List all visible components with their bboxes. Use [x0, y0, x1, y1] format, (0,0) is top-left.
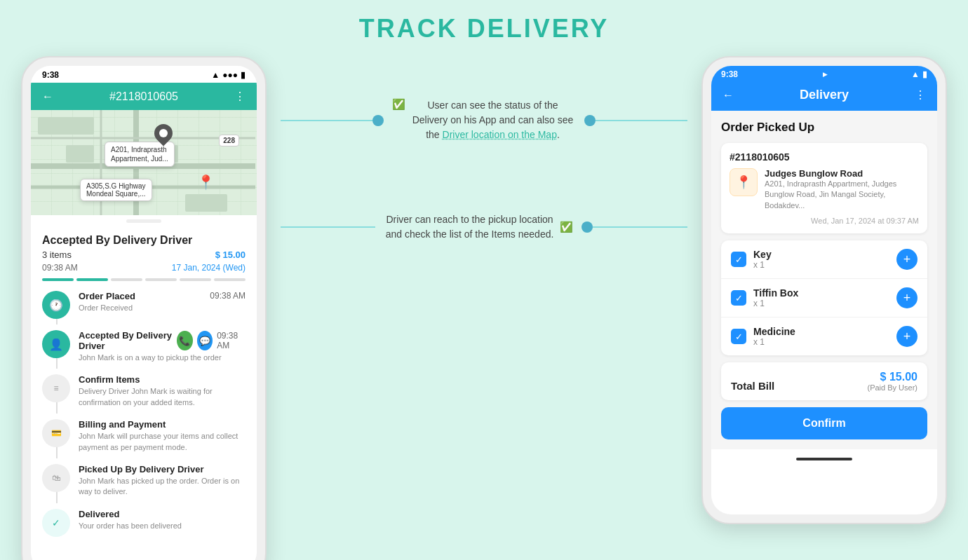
map-collapse-handle[interactable]	[126, 219, 161, 223]
timeline-actions: 📞 💬 09:38 AM	[177, 330, 246, 351]
timeline-icon-order-placed: 🕐	[42, 291, 70, 319]
timeline-icon-confirm: ≡	[42, 374, 70, 402]
timeline-title-confirm: Confirm Items	[79, 374, 246, 385]
status-time-right: 9:38	[721, 69, 738, 79]
timeline-title-order-placed: Order Placed 09:38 AM	[79, 291, 246, 301]
item-info-key: Key x 1	[753, 249, 772, 270]
connector-dot-1r	[584, 115, 596, 126]
annotation-content-2: Driver can reach to the pickup location …	[384, 212, 556, 242]
phone-left: 9:38 ▲ ●●● ▮ ← #2118010605 ⋮	[21, 56, 267, 560]
item-qty-key: x 1	[753, 260, 772, 270]
order-card-id: #2118010605	[730, 151, 919, 163]
connector-line-right-2	[593, 226, 687, 228]
battery-icon-right: ▮	[922, 69, 927, 79]
timeline-content-pickedup: Picked Up By Delivery Driver John Mark h…	[79, 464, 246, 498]
timeline-icon-pickedup: 🛍	[42, 464, 70, 492]
annotation-text-2: Driver can reach to the pickup location …	[375, 212, 582, 242]
confirm-button[interactable]: Confirm	[721, 407, 927, 439]
timeline-title-delivered: Delivered	[79, 509, 246, 519]
order-time: 09:38 AM	[42, 263, 78, 273]
map-label-address2: A305,S.G Highway Mondeal Square,...	[80, 179, 152, 201]
annotation-text-1: ✅ User can see the status of the Deliver…	[384, 98, 584, 142]
driver-pin	[154, 124, 173, 148]
phone2-content: Order Picked Up #2118010605 📍 Judges Bun…	[711, 111, 937, 449]
phone1-header: ← #2118010605 ⋮	[31, 83, 257, 110]
location-name: Judges Bunglow Road	[765, 168, 919, 179]
map-area: A201, Indraprasth Appartment, Jud... A30…	[31, 110, 257, 215]
call-driver-button[interactable]: 📞	[177, 331, 193, 350]
timeline-item-pickedup: 🛍 Picked Up By Delivery Driver John Mark…	[42, 464, 246, 498]
progress-seg-5	[180, 278, 211, 281]
item-name-medicine: Medicine	[753, 326, 795, 337]
back-button-left[interactable]: ←	[42, 90, 53, 103]
status-icons-right: ▲ ▮	[911, 69, 927, 79]
timeline-content-billing: Billing and Payment John Mark will purch…	[79, 419, 246, 453]
item-info-tiffin: Tiffin Box x 1	[753, 287, 798, 308]
timeline-desc-accepted: John Mark is on a way to pickup the orde…	[79, 353, 246, 363]
order-meta-row: 3 items $ 15.00	[42, 250, 246, 260]
order-status-title: Accepted By Delivery Driver	[42, 234, 246, 247]
chat-driver-button[interactable]: 💬	[197, 331, 213, 350]
timeline-time-order-placed: 09:38 AM	[210, 291, 246, 301]
timeline-desc-confirm: Delivery Driver John Mark is waiting for…	[79, 386, 246, 408]
timeline-desc-billing: John Mark will purchase your items and c…	[79, 431, 246, 453]
item-qty-tiffin: x 1	[753, 299, 798, 308]
phone-left-screen: 9:38 ▲ ●●● ▮ ← #2118010605 ⋮	[31, 66, 257, 560]
location-avatar: 📍	[730, 168, 758, 196]
timeline-title-billing: Billing and Payment	[79, 419, 246, 430]
item-checkbox-key[interactable]: ✓	[731, 252, 746, 267]
total-bill-paid-by: (Paid By User)	[867, 383, 917, 392]
more-icon-left[interactable]: ⋮	[234, 90, 246, 103]
timeline-item-confirm: ≡ Confirm Items Delivery Driver John Mar…	[42, 374, 246, 408]
item-row-tiffin: ✓ Tiffin Box x 1 +	[721, 279, 927, 317]
item-name-key: Key	[753, 249, 772, 260]
more-icon-right[interactable]: ⋮	[915, 88, 926, 102]
progress-seg-2	[76, 278, 108, 281]
wifi-icon-right: ▲	[911, 69, 920, 79]
timeline-time-accepted: 09:38 AM	[217, 331, 246, 350]
order-card-timestamp: Wed, Jan 17, 2024 at 09:37 AM	[730, 217, 919, 225]
order-card-location: 📍 Judges Bunglow Road A201, Indraprasth …	[730, 168, 919, 211]
location-indicator: ▸	[823, 69, 827, 79]
annotation-content-1: User can see the status of the Delivery …	[410, 98, 576, 142]
order-picked-up-title: Order Picked Up	[721, 121, 927, 135]
timeline-item-billing: 💳 Billing and Payment John Mark will pur…	[42, 419, 246, 453]
item-add-medicine[interactable]: +	[896, 326, 917, 347]
timeline-title-pickedup: Picked Up By Delivery Driver	[79, 464, 246, 474]
timeline-item-order-placed: 🕐 Order Placed 09:38 AM Order Received	[42, 291, 246, 319]
timeline-title-accepted: Accepted By Delivery Driver 📞 💬 09:38 AM	[79, 330, 246, 351]
timeline-desc-order-placed: Order Received	[79, 303, 246, 313]
timeline: 🕐 Order Placed 09:38 AM Order Received 👤	[31, 291, 257, 555]
back-button-right[interactable]: ←	[722, 89, 734, 102]
order-id-header: #2118010605	[109, 90, 178, 103]
timeline-content-accepted: Accepted By Delivery Driver 📞 💬 09:38 AM…	[79, 330, 246, 363]
connector-line-right-1	[596, 120, 687, 121]
order-price: $ 15.00	[215, 250, 246, 260]
item-add-key[interactable]: +	[896, 249, 917, 270]
timeline-content-confirm: Confirm Items Delivery Driver John Mark …	[79, 374, 246, 408]
annotation-check-icon-2: ✅	[560, 221, 573, 233]
timeline-icon-delivered: ✓	[42, 509, 70, 537]
order-details: Accepted By Delivery Driver 3 items $ 15…	[31, 227, 257, 281]
timeline-desc-delivered: Your order has been delivered	[79, 521, 246, 531]
item-left-key: ✓ Key x 1	[731, 249, 772, 270]
item-checkbox-tiffin[interactable]: ✓	[731, 290, 746, 306]
item-left-medicine: ✓ Medicine x 1	[731, 326, 795, 347]
order-time-row: 09:38 AM 17 Jan, 2024 (Wed)	[42, 263, 246, 273]
svg-rect-5	[66, 145, 94, 163]
item-checkbox-medicine[interactable]: ✓	[731, 329, 746, 344]
item-row-key: ✓ Key x 1 +	[721, 240, 927, 279]
phone-right: 9:38 ▸ ▲ ▮ ← Delivery ⋮ Order Picked	[701, 56, 947, 524]
item-qty-medicine: x 1	[753, 337, 795, 347]
phone-bottom-bar-right	[796, 458, 852, 460]
item-add-tiffin[interactable]: +	[896, 287, 917, 308]
location-text: Judges Bunglow Road A201, Indraprasth Ap…	[765, 168, 919, 211]
item-left-tiffin: ✓ Tiffin Box x 1	[731, 287, 798, 308]
timeline-desc-pickedup: John Mark has picked up the order. Order…	[79, 476, 246, 498]
annotations-area: ✅ User can see the status of the Deliver…	[267, 56, 701, 242]
item-info-medicine: Medicine x 1	[753, 326, 795, 347]
order-info-card: #2118010605 📍 Judges Bunglow Road A201, …	[721, 143, 927, 233]
total-bill-amount: $ 15.00 (Paid By User)	[867, 371, 917, 392]
wifi-icon: ▲	[211, 70, 220, 80]
progress-seg-6	[214, 278, 246, 281]
